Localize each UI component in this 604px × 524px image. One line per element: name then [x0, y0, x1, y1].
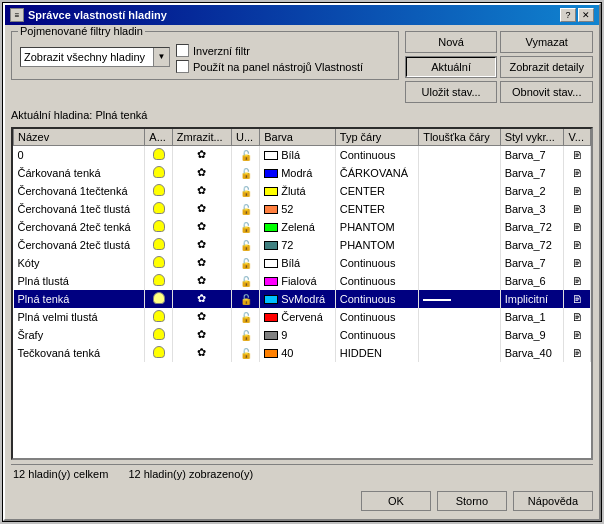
table-row[interactable]: Čárkovaná tenká✿🔓ModráČÁRKOVANÁBarva_7🖹 — [14, 164, 591, 182]
bulb-icon — [153, 202, 165, 214]
cell-u[interactable]: 🔓 — [232, 308, 260, 326]
filter-combo[interactable]: Zobrazit všechny hladiny ▼ — [20, 47, 170, 67]
cell-a[interactable] — [145, 254, 173, 272]
cell-a[interactable] — [145, 308, 173, 326]
cell-u[interactable]: 🔓 — [232, 146, 260, 164]
cell-zmrazit[interactable]: ✿ — [172, 326, 231, 344]
pouzit-checkbox[interactable] — [176, 60, 189, 73]
barva-text: Bílá — [281, 257, 300, 269]
cell-tloustka — [419, 272, 500, 290]
zobrazit-detaily-button[interactable]: Zobrazit detaily — [500, 56, 593, 78]
cell-u[interactable]: 🔓 — [232, 164, 260, 182]
nova-button[interactable]: Nová — [405, 31, 498, 53]
cell-barva: Fialová — [260, 272, 336, 290]
cell-u[interactable]: 🔓 — [232, 200, 260, 218]
cell-u[interactable]: 🔓 — [232, 326, 260, 344]
cell-styl: Barva_40 — [500, 344, 564, 362]
cell-a[interactable] — [145, 218, 173, 236]
cell-zmrazit[interactable]: ✿ — [172, 218, 231, 236]
cell-zmrazit[interactable]: ✿ — [172, 200, 231, 218]
cell-u[interactable]: 🔓 — [232, 182, 260, 200]
table-row[interactable]: Tečkovaná tenká✿🔓40HIDDENBarva_40🖹 — [14, 344, 591, 362]
cell-a[interactable] — [145, 236, 173, 254]
col-tloustka[interactable]: Tloušťka čáry — [419, 129, 500, 146]
cell-tloustka — [419, 290, 500, 308]
cell-typ: Continuous — [335, 326, 418, 344]
table-row[interactable]: Plná velmi tlustá✿🔓ČervenáContinuousBarv… — [14, 308, 591, 326]
cell-zmrazit[interactable]: ✿ — [172, 254, 231, 272]
cell-zmrazit[interactable]: ✿ — [172, 164, 231, 182]
cell-barva: Zelená — [260, 218, 336, 236]
cell-typ: Continuous — [335, 272, 418, 290]
col-barva[interactable]: Barva — [260, 129, 336, 146]
bulb-icon — [153, 346, 165, 358]
sun-icon: ✿ — [197, 292, 206, 304]
cell-u[interactable]: 🔓 — [232, 272, 260, 290]
storno-button[interactable]: Storno — [437, 491, 507, 511]
layer-table-container[interactable]: Název A... Zmrazit... U... Barva Typ čár… — [11, 127, 593, 460]
bulb-icon — [153, 238, 165, 250]
content-area: Pojmenované filtry hladin Zobrazit všech… — [5, 25, 599, 519]
napoveda-button[interactable]: Nápověda — [513, 491, 593, 511]
help-button[interactable]: ? — [560, 8, 576, 22]
lock-icon: 🔓 — [240, 168, 252, 179]
col-styl[interactable]: Styl vykr... — [500, 129, 564, 146]
cell-typ: Continuous — [335, 146, 418, 164]
cell-a[interactable] — [145, 182, 173, 200]
cell-u[interactable]: 🔓 — [232, 344, 260, 362]
title-bar-left: ≡ Správce vlastností hladiny — [10, 8, 167, 22]
combo-arrow-icon[interactable]: ▼ — [153, 48, 169, 66]
cell-a[interactable] — [145, 164, 173, 182]
pouzit-label: Použít na panel nástrojů Vlastností — [193, 61, 363, 73]
top-section: Pojmenované filtry hladin Zobrazit všech… — [11, 31, 593, 103]
cell-zmrazit[interactable]: ✿ — [172, 236, 231, 254]
close-button[interactable]: ✕ — [578, 8, 594, 22]
barva-text: 9 — [281, 329, 287, 341]
col-zmrazit[interactable]: Zmrazit... — [172, 129, 231, 146]
ulozit-stav-button[interactable]: Uložit stav... — [405, 81, 498, 103]
cell-zmrazit[interactable]: ✿ — [172, 272, 231, 290]
inverzni-checkbox[interactable] — [176, 44, 189, 57]
col-u[interactable]: U... — [232, 129, 260, 146]
total-count: 12 hladin(y) celkem — [13, 468, 108, 480]
cell-zmrazit[interactable]: ✿ — [172, 146, 231, 164]
cell-a[interactable] — [145, 200, 173, 218]
table-row[interactable]: Plná tenká✿🔓SvModráContinuousImplicitní🖹 — [14, 290, 591, 308]
cell-u[interactable]: 🔓 — [232, 236, 260, 254]
table-row[interactable]: Čerchovaná 2teč tenká✿🔓ZelenáPHANTOMBarv… — [14, 218, 591, 236]
vymazat-button[interactable]: Vymazat — [500, 31, 593, 53]
table-row[interactable]: Čerchovaná 1teč tlustá✿🔓52CENTERBarva_3🖹 — [14, 200, 591, 218]
barva-text: Modrá — [281, 167, 312, 179]
cell-a[interactable] — [145, 146, 173, 164]
shown-count: 12 hladin(y) zobrazeno(y) — [128, 468, 253, 480]
cell-u[interactable]: 🔓 — [232, 290, 260, 308]
table-row[interactable]: Čerchovaná 1tečtenká✿🔓ŽlutáCENTERBarva_2… — [14, 182, 591, 200]
col-typ[interactable]: Typ čáry — [335, 129, 418, 146]
obnovit-stav-button[interactable]: Obnovit stav... — [500, 81, 593, 103]
col-v[interactable]: V... — [564, 129, 591, 146]
cell-zmrazit[interactable]: ✿ — [172, 308, 231, 326]
cell-u[interactable]: 🔓 — [232, 254, 260, 272]
cell-a[interactable] — [145, 272, 173, 290]
aktualni-button[interactable]: Aktuální — [405, 56, 498, 78]
table-row[interactable]: Plná tlustá✿🔓FialováContinuousBarva_6🖹 — [14, 272, 591, 290]
cell-a[interactable] — [145, 290, 173, 308]
cell-nazev: Čerchovaná 1tečtenká — [14, 182, 145, 200]
ok-button[interactable]: OK — [361, 491, 431, 511]
cell-u[interactable]: 🔓 — [232, 218, 260, 236]
cell-zmrazit[interactable]: ✿ — [172, 290, 231, 308]
table-row[interactable]: Šrafy✿🔓9ContinuousBarva_9🖹 — [14, 326, 591, 344]
cell-a[interactable] — [145, 344, 173, 362]
color-swatch — [264, 205, 278, 214]
col-a[interactable]: A... — [145, 129, 173, 146]
col-nazev[interactable]: Název — [14, 129, 145, 146]
table-row[interactable]: 0✿🔓BíláContinuousBarva_7🖹 — [14, 146, 591, 164]
table-row[interactable]: Čerchovaná 2teč tlustá✿🔓72PHANTOMBarva_7… — [14, 236, 591, 254]
sun-icon: ✿ — [197, 220, 206, 232]
lock-icon: 🔓 — [240, 240, 252, 251]
table-row[interactable]: Kóty✿🔓BíláContinuousBarva_7🖹 — [14, 254, 591, 272]
cell-zmrazit[interactable]: ✿ — [172, 182, 231, 200]
cell-zmrazit[interactable]: ✿ — [172, 344, 231, 362]
cell-a[interactable] — [145, 326, 173, 344]
page-icon: 🖹 — [572, 294, 582, 305]
